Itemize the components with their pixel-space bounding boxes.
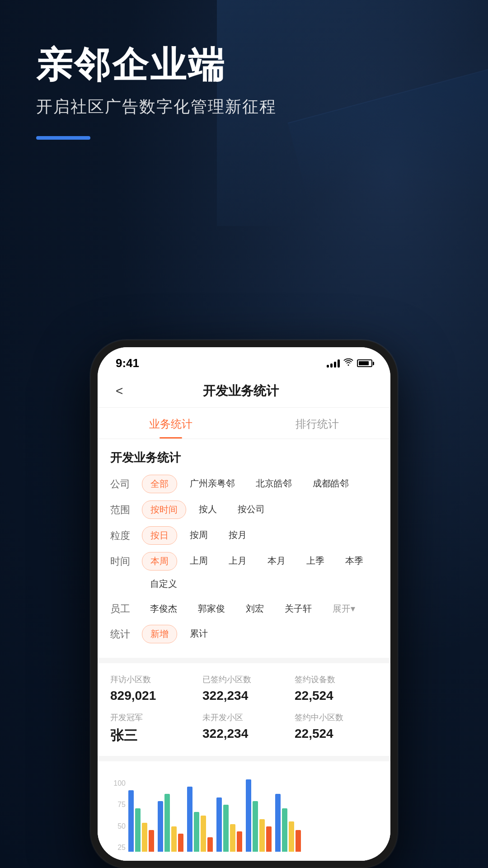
bar: [142, 823, 147, 852]
stat-label: 拜访小区数: [110, 674, 193, 685]
filter-tag[interactable]: 刘宏: [238, 600, 272, 618]
bar-group: [246, 779, 272, 852]
filter-tags-company: 全部 广州亲粤邻 北京皓邻 成都皓邻: [142, 475, 357, 493]
bar: [158, 801, 163, 852]
bar-group: [158, 794, 183, 852]
filter-label-company: 公司: [110, 477, 137, 491]
filter-tag[interactable]: 本周: [142, 552, 177, 571]
bar: [135, 808, 141, 852]
filter-row-range: 范围 按时间 按人 按公司: [110, 500, 378, 519]
filter-tag[interactable]: 按日: [142, 526, 177, 545]
bar: [194, 812, 199, 852]
filter-tags-staff: 李俊杰 郭家俊 刘宏 关子轩 展开▾: [142, 600, 363, 618]
bar: [282, 808, 287, 852]
stat-label: 签约中小区数: [295, 712, 378, 723]
filter-tag[interactable]: 按时间: [142, 500, 186, 519]
filter-row-time: 时间 本周 上周 上月 本月 上季 本季: [110, 552, 378, 571]
app-title: 亲邻企业端: [36, 45, 452, 85]
bar: [246, 779, 251, 852]
chart-y-axis: 100 75 50 25: [110, 779, 128, 852]
back-button[interactable]: <: [111, 382, 127, 400]
stat-champion: 开发冠军 张三: [110, 712, 193, 745]
bar: [201, 816, 206, 852]
filter-tag[interactable]: 郭家俊: [190, 600, 233, 618]
filter-tags-range: 按时间 按人 按公司: [142, 500, 273, 519]
filter-row-granularity: 粒度 按日 按周 按月: [110, 526, 378, 545]
bar: [296, 830, 301, 852]
filter-tag[interactable]: 按月: [221, 526, 255, 545]
filter-tag[interactable]: 按人: [191, 500, 225, 519]
tab-business-stats[interactable]: 业务统计: [98, 408, 244, 439]
bar: [289, 821, 294, 852]
filter-row-stat-type: 统计 新增 累计: [110, 625, 378, 643]
stat-device-count: 签约设备数 22,524: [295, 674, 378, 703]
filter-tag[interactable]: 上月: [221, 552, 255, 571]
filter-tag[interactable]: 本季: [337, 552, 371, 571]
filter-tag[interactable]: 按公司: [230, 500, 273, 519]
filter-label-staff: 员工: [110, 602, 137, 616]
filter-row-company: 公司 全部 广州亲粤邻 北京皓邻 成都皓邻: [110, 475, 378, 493]
phone-outer-frame: 9:41: [90, 340, 398, 868]
bar: [259, 819, 265, 852]
filter-label-time: 时间: [110, 555, 137, 568]
bar: [207, 837, 213, 852]
accent-line: [36, 136, 90, 140]
header-section: 亲邻企业端 开启社区广告数字化管理新征程: [0, 0, 488, 158]
filter-tag[interactable]: 上周: [182, 552, 216, 571]
app-subtitle: 开启社区广告数字化管理新征程: [36, 96, 452, 118]
tab-ranking-stats[interactable]: 排行统计: [244, 408, 390, 439]
battery-icon: [357, 359, 372, 367]
filter-tag[interactable]: 关子轩: [277, 600, 320, 618]
filter-tag-custom[interactable]: 自定义: [142, 575, 185, 593]
nav-title: 开发业务统计: [127, 382, 354, 400]
phone-screen: 9:41: [98, 347, 390, 861]
stat-value: 张三: [110, 726, 193, 745]
filter-label-range: 范围: [110, 503, 137, 517]
filter-tag-expand[interactable]: 展开▾: [324, 600, 363, 618]
section-title: 开发业务统计: [110, 450, 378, 466]
stat-value: 829,021: [110, 689, 193, 703]
chart-area: 100 75 50 25: [98, 761, 390, 861]
stat-undeveloped: 未开发小区 322,234: [202, 712, 286, 745]
stat-value: 322,234: [202, 726, 286, 741]
stat-value: 322,234: [202, 689, 286, 703]
filter-tag[interactable]: 上季: [298, 552, 333, 571]
bar: [266, 826, 272, 852]
stats-section: 开发业务统计 公司 全部 广州亲粤邻 北京皓邻 成都皓邻 范围: [98, 439, 390, 658]
nav-bar: < 开发业务统计: [98, 375, 390, 408]
stat-label: 开发冠军: [110, 712, 193, 723]
stat-label: 已签约小区数: [202, 674, 286, 685]
filter-tag[interactable]: 李俊杰: [142, 600, 185, 618]
filter-tags-time: 本周 上周 上月 本月 上季 本季: [142, 552, 371, 571]
bar: [171, 826, 177, 852]
filter-tag[interactable]: 新增: [142, 625, 177, 643]
stats-grid: 拜访小区数 829,021 已签约小区数 322,234 签约设备数 22,52…: [98, 663, 390, 756]
bar: [253, 801, 258, 852]
stat-value: 22,524: [295, 689, 378, 703]
stat-signing: 签约中小区数 22,524: [295, 712, 378, 745]
filter-tag[interactable]: 累计: [182, 625, 216, 643]
wifi-icon: [343, 358, 353, 368]
bar-group: [275, 794, 301, 852]
tab-bar: 业务统计 排行统计: [98, 408, 390, 439]
status-time: 9:41: [116, 356, 139, 370]
bar: [223, 805, 229, 852]
status-bar: 9:41: [98, 347, 390, 375]
stat-signed-count: 已签约小区数 322,234: [202, 674, 286, 703]
filter-tag[interactable]: 北京皓邻: [248, 475, 300, 493]
stat-label: 未开发小区: [202, 712, 286, 723]
filter-tag[interactable]: 全部: [142, 475, 177, 493]
status-icons: [327, 358, 372, 368]
filter-tag[interactable]: 成都皓邻: [305, 475, 357, 493]
filter-label-granularity: 粒度: [110, 529, 137, 542]
bar: [216, 797, 222, 852]
filter-row-staff: 员工 李俊杰 郭家俊 刘宏 关子轩 展开▾: [110, 600, 378, 618]
stat-value: 22,524: [295, 726, 378, 741]
filter-row-time-custom: 自定义: [142, 575, 378, 593]
bar-group: [128, 790, 154, 852]
filter-tag[interactable]: 按周: [182, 526, 216, 545]
bar: [187, 787, 192, 852]
filter-tag[interactable]: 本月: [259, 552, 294, 571]
filter-tag[interactable]: 广州亲粤邻: [182, 475, 243, 493]
bar-group: [187, 787, 213, 852]
